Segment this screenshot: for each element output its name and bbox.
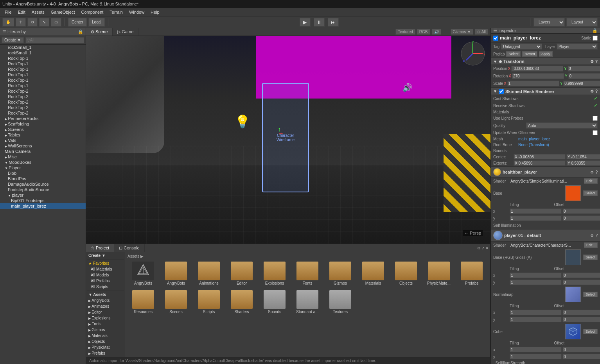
tool-hand[interactable]: ✋ xyxy=(2,18,14,27)
h-item-player-inner[interactable]: player xyxy=(0,192,86,198)
sidebar-editor[interactable]: Editor xyxy=(87,309,124,315)
h-item-moodboxes[interactable]: MoodBoxes xyxy=(0,160,86,165)
healthbar-settings[interactable]: ⚙ xyxy=(590,170,594,174)
rotation-x[interactable] xyxy=(512,73,564,79)
center-x[interactable] xyxy=(514,154,566,160)
sidebar-angrybots[interactable]: AngryBots xyxy=(87,298,124,303)
asset-textures[interactable]: Textures xyxy=(325,289,356,316)
menu-file[interactable]: File xyxy=(2,10,15,14)
extents-y[interactable] xyxy=(566,160,600,166)
sidebar-all-models[interactable]: All Models xyxy=(87,272,124,278)
asset-prefabs[interactable]: Prefabs xyxy=(456,260,487,287)
skinned-enabled-checkbox[interactable] xyxy=(499,89,504,94)
transform-help[interactable]: ? xyxy=(595,59,598,64)
h-item[interactable]: RockTop-1 xyxy=(0,56,86,61)
tab-scene[interactable]: ⊙ Scene xyxy=(86,28,113,36)
project-icon-3[interactable]: ✕ xyxy=(485,246,489,250)
position-y[interactable] xyxy=(568,66,600,72)
asset-angrybots[interactable]: AngryBots xyxy=(160,260,192,287)
h-item[interactable]: rockSmall_1 xyxy=(0,50,86,56)
base-color-swatch[interactable] xyxy=(565,185,581,201)
skinned-help[interactable]: ? xyxy=(595,89,598,93)
layer-select[interactable]: Player xyxy=(557,43,598,50)
center-y[interactable] xyxy=(566,154,600,160)
cube-tiling-x-field[interactable] xyxy=(510,347,562,352)
root-bone-value[interactable]: None (Transform) xyxy=(518,143,598,147)
quality-select[interactable]: Auto xyxy=(526,122,598,129)
menu-help[interactable]: Help xyxy=(147,10,163,14)
h-item[interactable]: RockTop-2 xyxy=(0,105,86,110)
tool-move[interactable]: ✛ xyxy=(16,18,26,27)
h-item-vats[interactable]: Vats xyxy=(0,138,86,143)
m2-offset-x[interactable] xyxy=(562,273,600,278)
asset-explosions[interactable]: Explosions xyxy=(259,260,290,287)
tab-project[interactable]: ☆ Project xyxy=(86,244,114,252)
normalmap-swatch[interactable] xyxy=(565,287,581,302)
sidebar-gizmos[interactable]: Gizmos xyxy=(87,327,124,333)
h-item-tables[interactable]: Tables xyxy=(0,132,86,138)
h-item-maincamera[interactable]: Main Camera xyxy=(0,149,86,154)
layout-dropdown[interactable]: Layout xyxy=(566,18,598,27)
h-item-misc[interactable]: Misc xyxy=(0,154,86,160)
cube-swatch[interactable] xyxy=(565,324,581,339)
scene-toolbar-all[interactable]: ⊙:All xyxy=(475,29,488,35)
base-select-btn[interactable]: Select xyxy=(583,190,598,196)
scene-toolbar-audio[interactable]: 🔊 xyxy=(432,29,441,35)
position-x[interactable] xyxy=(511,66,563,72)
center-button[interactable]: Center xyxy=(68,18,87,27)
nm-tiling-x[interactable] xyxy=(510,310,562,315)
asset-scripts[interactable]: Scripts xyxy=(193,289,225,316)
h-item[interactable]: RockTop-1 xyxy=(0,72,86,77)
rotation-y[interactable] xyxy=(568,73,600,79)
h-item[interactable]: RockTop-2 xyxy=(0,88,86,94)
m2-tiling-y[interactable] xyxy=(510,280,562,285)
normalmap-select-btn[interactable]: Select xyxy=(583,292,598,297)
local-button[interactable]: Local xyxy=(88,18,105,27)
h-item[interactable]: RockTop-2 xyxy=(0,94,86,99)
project-icon-2[interactable]: ↗ xyxy=(481,246,485,250)
material2-help[interactable]: ? xyxy=(595,233,598,238)
prefab-revert-btn[interactable]: Revert xyxy=(522,51,537,57)
scene-toolbar-textured[interactable]: Textured xyxy=(395,29,415,35)
h-item[interactable]: RockTop-1 xyxy=(0,77,86,83)
sidebar-all-scripts[interactable]: All Scripts xyxy=(87,284,124,290)
h-item-screens[interactable]: Screens xyxy=(0,127,86,132)
tool-rotate[interactable]: ↻ xyxy=(27,18,38,27)
sidebar-all-materials[interactable]: All Materials xyxy=(87,266,124,272)
tool-rect[interactable]: ▭ xyxy=(51,18,61,27)
hierarchy-search[interactable] xyxy=(25,37,84,43)
h-item[interactable]: RockTop-1 xyxy=(0,66,86,72)
play-button[interactable]: ▶ xyxy=(300,18,311,27)
base-tiling-y-field[interactable] xyxy=(510,215,562,221)
healthbar-help[interactable]: ? xyxy=(595,170,598,174)
h-item-player[interactable]: Player xyxy=(0,165,86,170)
h-item[interactable]: rockSmall_1 xyxy=(0,45,86,50)
menu-assets[interactable]: Assets xyxy=(29,10,48,14)
asset-resources[interactable]: Resources xyxy=(128,289,159,316)
hierarchy-create-btn[interactable]: Create ▼ xyxy=(2,37,24,43)
h-item[interactable]: RockTop-1 xyxy=(0,83,86,88)
transform-settings[interactable]: ⚙ xyxy=(590,59,594,64)
asset-editor[interactable]: Editor xyxy=(226,260,257,287)
h-item-damageaudio[interactable]: DamageAudioSource xyxy=(0,181,86,187)
sidebar-explosions[interactable]: Explosions xyxy=(87,315,124,321)
h-item-bloodpos[interactable]: BloodPos xyxy=(0,176,86,181)
h-item-wallscreens[interactable]: WallScreens xyxy=(0,143,86,149)
menu-window[interactable]: Window xyxy=(126,10,147,14)
material2-settings[interactable]: ⚙ xyxy=(590,233,594,238)
h-item-scaffolding[interactable]: Scaffolding xyxy=(0,121,86,127)
sidebar-all-prefabs[interactable]: All Prefabs xyxy=(87,278,124,284)
prefab-apply-btn[interactable]: Apply xyxy=(539,51,553,57)
mesh-value[interactable]: main_player_lorez xyxy=(518,137,598,141)
sidebar-fonts[interactable]: Fonts xyxy=(87,321,124,327)
base-rgb-swatch[interactable] xyxy=(565,249,581,265)
tool-scale[interactable]: ⤡ xyxy=(39,18,49,27)
h-item[interactable]: RockTop-2 xyxy=(0,110,86,116)
base-offset-x-field[interactable] xyxy=(562,208,600,214)
m2-tiling-x[interactable] xyxy=(510,273,562,278)
asset-animations[interactable]: Animations xyxy=(193,260,225,287)
cube-offset-x-field[interactable] xyxy=(562,347,600,352)
sidebar-physicmat[interactable]: PhysicMat xyxy=(87,344,124,350)
transform-fold-icon[interactable]: ▼ xyxy=(493,59,497,64)
nm-offset-y[interactable] xyxy=(562,317,600,322)
